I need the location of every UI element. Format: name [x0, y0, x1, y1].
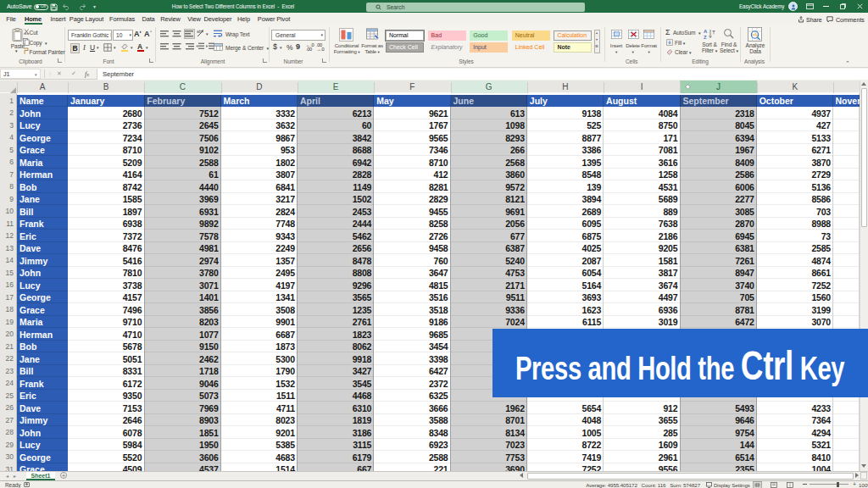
svg-text:Z: Z: [704, 35, 707, 40]
svg-text:ab: ab: [197, 29, 202, 34]
svg-text:A: A: [704, 29, 708, 34]
